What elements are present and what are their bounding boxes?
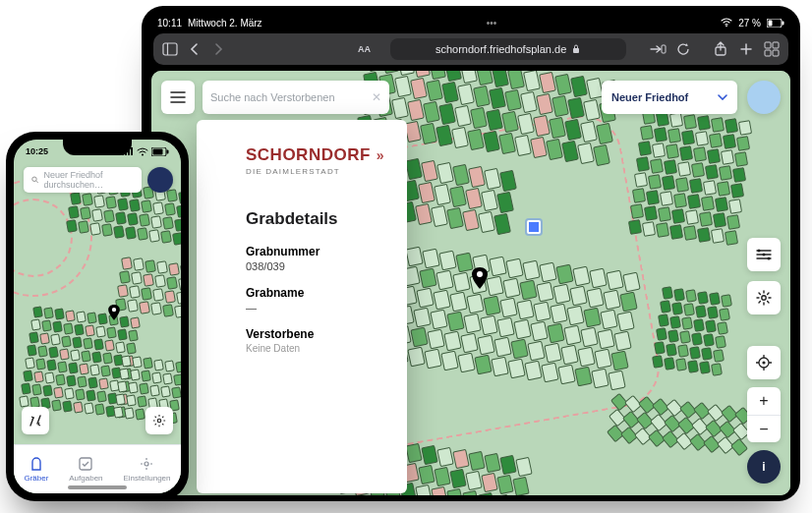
text-size-icon[interactable]: AA [358,44,371,54]
svg-rect-2 [768,20,772,26]
multitask-dots-icon: ••• [487,18,497,28]
svg-rect-26 [153,148,163,154]
tablet-clock: 10:11 [157,18,182,28]
tablet-map-viewport[interactable]: Suche nach Verstorbenen ✕ Neuer Friedhof… [151,71,790,495]
reload-icon[interactable] [674,40,692,58]
phone-search-input[interactable]: Neuer Friedhof durchsuchen… [24,167,142,193]
chevron-down-icon [718,94,727,100]
grave-pin-icon[interactable] [108,305,120,320]
brand-arrows-icon: » [377,147,382,163]
plot-name-label: Grabname [246,286,389,300]
plot-number-label: Grabnummer [246,245,389,258]
svg-point-17 [762,296,766,300]
url-text: schorndorf.friedhofsplan.de [435,43,566,55]
lock-icon [572,44,580,54]
svg-rect-4 [163,43,177,55]
svg-point-31 [157,419,161,423]
zoom-in-button[interactable]: + [747,387,781,415]
cemetery-selected: Neuer Friedhof [611,91,688,103]
svg-point-16 [768,257,771,260]
tasks-icon [78,456,93,472]
buried-value: Keine Daten [246,343,389,354]
svg-point-0 [725,26,727,28]
tablet-date: Mittwoch 2. März [188,18,262,28]
svg-point-28 [112,308,116,312]
svg-point-13 [477,271,483,277]
layers-button[interactable] [747,238,781,271]
tab-tasks[interactable]: Aufgaben [69,456,102,483]
svg-point-33 [145,462,148,466]
svg-rect-27 [167,149,169,153]
clear-icon[interactable]: ✕ [372,90,381,104]
svg-rect-10 [773,42,779,48]
settings-icon [139,456,154,472]
wifi-icon [137,147,148,156]
svg-rect-11 [765,50,771,56]
brand-name: SCHORNDORF [246,145,371,165]
tab-graves[interactable]: Gräber [24,456,48,483]
search-input[interactable]: Suche nach Verstorbenen ✕ [203,81,389,114]
url-bar[interactable]: schorndorf.friedhofsplan.de [390,38,626,60]
new-tab-icon[interactable] [737,40,755,58]
settings-button[interactable] [747,281,781,314]
svg-point-24 [142,153,144,155]
menu-button[interactable] [161,81,195,114]
tab-graves-label: Gräber [24,474,48,483]
zoom-out-button[interactable]: − [747,415,781,442]
svg-rect-9 [765,42,771,48]
buried-label: Verstorbene [246,327,389,341]
phone-clock: 10:25 [26,146,48,156]
brand-logo: SCHORNDORF » [246,145,389,165]
phone-device: 10:25 Neuer Friedhof durchsuchen… [6,132,189,501]
cemetery-select[interactable]: Neuer Friedhof [602,81,737,114]
search-placeholder: Suche nach Verstorbenen [210,91,335,103]
svg-rect-6 [573,48,579,53]
brand-subtitle: DIE DAIMLERSTADT [246,167,389,176]
reader-icon[interactable] [649,40,667,58]
zoom-control: + − [747,387,781,442]
svg-line-30 [36,181,38,183]
svg-point-14 [758,250,761,253]
phone-avatar[interactable] [147,167,173,193]
grave-icon [29,456,44,472]
locate-button[interactable] [747,346,781,379]
tab-settings-label: Einstellungen [123,474,170,483]
share-icon[interactable] [712,40,729,58]
phone-search-placeholder: Neuer Friedhof durchsuchen… [43,170,134,190]
wifi-icon [721,18,732,28]
svg-rect-12 [773,50,779,56]
plot-name-value: — [246,302,389,314]
phone-notch [63,140,132,155]
back-icon[interactable] [187,40,203,58]
battery-percent: 27 % [738,18,761,28]
phone-map-viewport[interactable] [14,140,181,493]
svg-rect-7 [662,45,666,53]
search-icon [31,175,38,185]
user-avatar[interactable] [747,81,781,114]
svg-rect-3 [782,21,783,25]
route-button[interactable] [22,407,49,434]
info-button[interactable]: i [747,450,781,484]
tabs-overview-icon[interactable] [763,40,781,58]
card-title: Grabdetails [246,209,389,229]
svg-point-29 [32,177,36,181]
user-location-marker [527,220,541,234]
battery-icon [151,147,169,156]
plot-number-value: 038/039 [246,260,389,272]
home-indicator [68,485,127,489]
tab-tasks-label: Aufgaben [69,474,102,483]
tablet-device: 10:11 Mittwoch 2. März ••• 27 % AA schor… [142,6,800,501]
svg-point-15 [763,254,766,256]
phone-settings-button[interactable] [145,407,173,434]
grave-detail-card: SCHORNDORF » DIE DAIMLERSTADT Grabdetail… [197,120,407,493]
grave-pin-icon[interactable] [472,267,488,289]
sidebar-toggle-icon[interactable] [161,40,179,58]
battery-icon [767,19,784,28]
svg-rect-23 [131,147,133,155]
tab-settings[interactable]: Einstellungen [123,456,170,483]
svg-point-19 [762,361,765,364]
safari-toolbar: AA schorndorf.friedhofsplan.de [153,33,788,65]
svg-rect-32 [80,458,91,470]
tablet-status-bar: 10:11 Mittwoch 2. März ••• 27 % [151,16,790,29]
forward-icon[interactable] [210,40,226,58]
